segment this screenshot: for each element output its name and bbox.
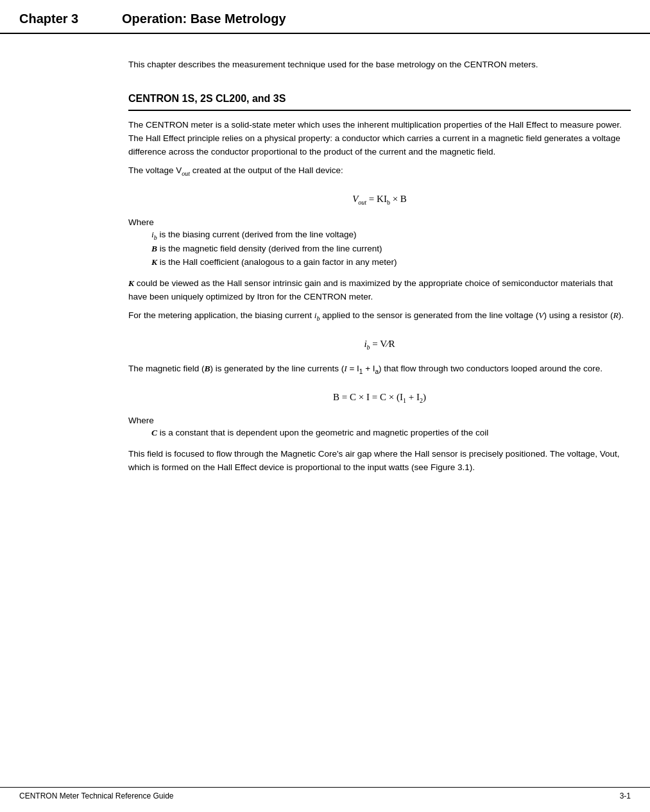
main-content: This chapter describes the measurement t… — [0, 34, 650, 487]
where-B-symbol: B — [151, 244, 157, 253]
chapter-title: Operation: Base Metrology — [122, 12, 286, 26]
paragraph-5: The magnetic field (B) is generated by t… — [128, 362, 631, 376]
formula-1-block: Vout = KIb × B — [128, 194, 631, 206]
formula-3-sub1: 1 — [403, 397, 406, 404]
p3-K: K — [128, 278, 134, 288]
p5-plus: + I — [363, 364, 375, 373]
p5-eq: = I — [347, 364, 359, 373]
p5-B: B — [205, 364, 210, 373]
p3-text: could be viewed as the Hall sensor intri… — [128, 278, 613, 301]
where-B-text: is the magnetic field density (derived f… — [157, 244, 382, 253]
p4-prefix: For the metering application, the biasin… — [128, 310, 314, 320]
where-items-1: ib is the biasing current (derived from … — [151, 228, 631, 269]
intro-paragraph: This chapter describes the measurement t… — [128, 58, 631, 71]
p5-end: ) that flow through two conductors loope… — [379, 364, 603, 373]
p4-R: R — [613, 310, 618, 320]
formula-1-out-sub: out — [358, 199, 366, 206]
formula-3: B = C × I = C × (I1 + I2) — [333, 392, 426, 402]
p2-prefix: The voltage V — [128, 165, 182, 175]
p4-end: ). — [619, 310, 624, 320]
formula-2-block: ib = V∕R — [128, 339, 631, 351]
where-K-symbol: K — [151, 257, 157, 267]
where-item-ib: ib is the biasing current (derived from … — [151, 228, 631, 242]
p4-mid2: ) using a resistor ( — [543, 310, 613, 320]
footer-right: 3-1 — [620, 791, 631, 800]
paragraph-2: The voltage Vout created at the output o… — [128, 164, 631, 178]
where-items-2: C is a constant that is dependent upon t… — [151, 427, 631, 440]
formula-1-times-b: × B — [390, 194, 407, 204]
page: Chapter 3 Operation: Base Metrology This… — [0, 0, 650, 812]
where-C-symbol: C — [151, 428, 157, 437]
where-item-B: B is the magnetic field density (derived… — [151, 242, 631, 256]
page-footer: CENTRON Meter Technical Reference Guide … — [0, 787, 650, 800]
where-item-K: K is the Hall coefficient (analogous to … — [151, 256, 631, 269]
p2-suffix: created at the output of the Hall device… — [190, 165, 343, 175]
where-block-1: Where ib is the biasing current (derived… — [128, 217, 631, 269]
where-item-C: C is a constant that is dependent upon t… — [151, 427, 631, 440]
p5-mid: ) is generated by the line currents ( — [210, 364, 345, 373]
footer-left: CENTRON Meter Technical Reference Guide — [19, 791, 174, 800]
formula-2: ib = V∕R — [364, 339, 395, 349]
paragraph-1: The CENTRON meter is a solid-state meter… — [128, 119, 631, 159]
formula-3-eq: B = C × I = C × (I1 + I2) — [333, 392, 426, 402]
section-heading: CENTRON 1S, 2S CL200, and 3S — [128, 90, 631, 106]
formula-3-block: B = C × I = C × (I1 + I2) — [128, 392, 631, 404]
formula-1-v: Vout — [352, 194, 366, 204]
where-label-2: Where — [128, 416, 631, 425]
where-C-text: is a constant that is dependent upon the… — [157, 428, 488, 437]
where-K-text: is the Hall coefficient (analogous to a … — [157, 257, 397, 267]
p2-sub: out — [182, 170, 190, 177]
section-heading-block: CENTRON 1S, 2S CL200, and 3S — [128, 90, 631, 111]
chapter-header: Chapter 3 Operation: Base Metrology — [0, 0, 650, 34]
formula-1: Vout = KIb × B — [352, 194, 407, 204]
formula-2-eq: = V∕R — [370, 339, 395, 349]
formula-3-sub2: 2 — [420, 397, 423, 404]
where-ib-symbol: ib — [151, 230, 157, 239]
p2-vout: out — [182, 165, 190, 175]
formula-2-ib: ib — [364, 339, 370, 349]
where-block-2: Where C is a constant that is dependent … — [128, 416, 631, 440]
where-ib-text: is the biasing current (derived from the… — [157, 230, 357, 239]
paragraph-4: For the metering application, the biasin… — [128, 309, 631, 323]
where-label-1: Where — [128, 217, 631, 227]
p4-mid: applied to the sensor is generated from … — [320, 310, 538, 320]
formula-1-equals: = KI — [369, 194, 387, 204]
p5-prefix: The magnetic field ( — [128, 364, 205, 373]
paragraph-6: This field is focused to flow through th… — [128, 448, 631, 475]
paragraph-3: K could be viewed as the Hall sensor int… — [128, 277, 631, 304]
chapter-label: Chapter 3 — [19, 12, 122, 26]
